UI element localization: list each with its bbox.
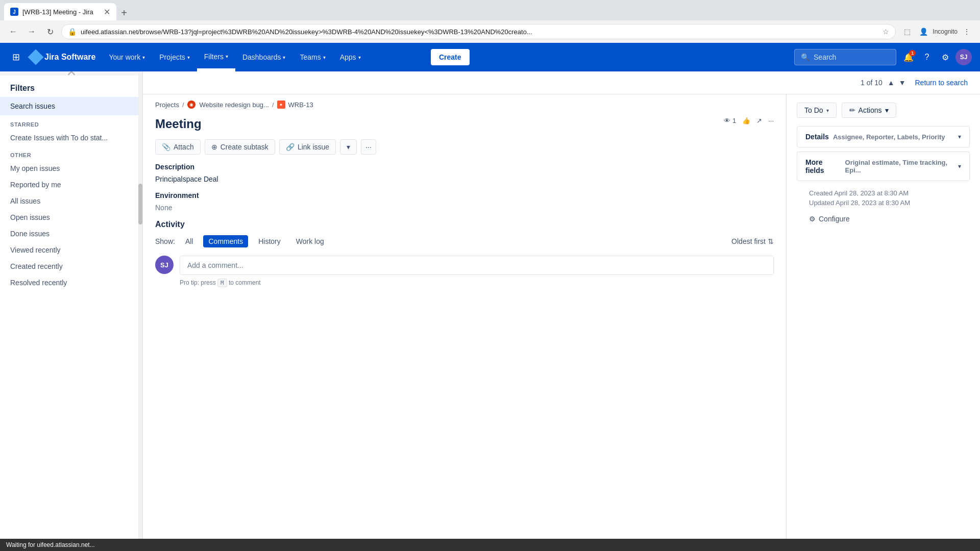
status-bar: Waiting for uifeed.atlassian.net... xyxy=(0,539,980,551)
breadcrumb-issue-id[interactable]: WRB-13 xyxy=(288,101,313,109)
nav-filters[interactable]: Filters ▾ xyxy=(197,43,235,71)
browser-tab[interactable]: J [WRB-13] Meeting - Jira ✕ xyxy=(4,3,116,20)
sort-icon: ⇅ xyxy=(768,237,774,245)
activity-sort[interactable]: Oldest first ⇅ xyxy=(731,237,774,245)
more-fields-expand-icon: ▾ xyxy=(958,163,961,170)
issue-top-right-icons: 👁 1 👍 ↗ ··· xyxy=(724,117,774,124)
details-row[interactable]: Details Assignee, Reporter, Labels, Prio… xyxy=(797,126,970,147)
browser-controls: ← → ↻ 🔒 uifeed.atlassian.net/browse/WRB-… xyxy=(0,20,980,43)
description-text: Principalspace Deal xyxy=(155,175,774,183)
jira-logo[interactable]: Jira Software xyxy=(24,52,102,63)
sidebar-item-done-issues[interactable]: Done issues xyxy=(0,226,142,242)
dropdown-button[interactable]: ▾ xyxy=(340,139,357,155)
right-panel-inner: To Do ▾ ✏ Actions ▾ xyxy=(787,94,980,539)
sidebar-scroll-top xyxy=(0,71,142,76)
content-body: Filters Search issues STARRED Create Iss… xyxy=(0,71,980,539)
pagination-up-button[interactable]: ▲ xyxy=(887,78,896,88)
nav-teams[interactable]: Teams ▾ xyxy=(292,43,332,71)
activity-all-button[interactable]: All xyxy=(180,235,199,247)
sidebar-item-reported-by-me[interactable]: Reported by me xyxy=(0,177,142,193)
more-actions-button[interactable]: ··· xyxy=(361,139,376,155)
activity-worklog-button[interactable]: Work log xyxy=(291,235,329,247)
address-bar[interactable]: 🔒 uifeed.atlassian.net/browse/WRB-13?jql… xyxy=(61,24,896,39)
activity-section: Activity Show: All Comments History Work… xyxy=(143,220,786,286)
return-to-search-link[interactable]: Return to search xyxy=(915,79,968,87)
issue-actions-bar: 📎 Attach ⊕ Create subtask 🔗 Link issue xyxy=(143,139,786,163)
sidebar-item-viewed-recently[interactable]: Viewed recently xyxy=(0,242,142,258)
issue-icon-inner: ● xyxy=(280,102,282,107)
reload-button[interactable]: ↻ xyxy=(43,24,57,39)
forward-button[interactable]: → xyxy=(24,24,39,39)
more-icon: ··· xyxy=(365,143,372,151)
incognito-label: Incognito xyxy=(933,28,958,35)
comment-row: SJ Add a comment... xyxy=(155,256,774,275)
configure-row[interactable]: ⚙ Configure xyxy=(797,215,970,223)
nav-apps[interactable]: Apps ▾ xyxy=(333,43,368,71)
activity-history-button[interactable]: History xyxy=(253,235,286,247)
tab-bar: J [WRB-13] Meeting - Jira ✕ + xyxy=(0,0,980,20)
extensions-button[interactable]: ⬚ xyxy=(900,24,914,39)
browser-menu-button[interactable]: ⋮ xyxy=(960,24,974,39)
pagination-down-button[interactable]: ▼ xyxy=(898,78,907,88)
bookmark-icon[interactable]: ☆ xyxy=(883,28,889,36)
activity-comments-button[interactable]: Comments xyxy=(203,235,248,247)
notifications-button[interactable]: 🔔 1 xyxy=(900,49,917,65)
user-avatar[interactable]: SJ xyxy=(955,49,972,65)
tab-title: [WRB-13] Meeting - Jira xyxy=(22,8,100,16)
browser-window: J [WRB-13] Meeting - Jira ✕ + ← → ↻ 🔒 ui… xyxy=(0,0,980,551)
main-navigation: Your work ▾ Projects ▾ Filters ▾ Dashboa… xyxy=(102,43,426,71)
new-tab-button[interactable]: + xyxy=(116,5,132,20)
sidebar-item-open-issues[interactable]: Open issues xyxy=(0,209,142,226)
back-button[interactable]: ← xyxy=(6,24,20,39)
shortcut-key: M xyxy=(217,279,227,287)
sidebar-item-resolved-recently[interactable]: Resolved recently xyxy=(0,274,142,291)
tab-close-button[interactable]: ✕ xyxy=(104,7,110,17)
help-button[interactable]: ? xyxy=(919,49,935,65)
chevron-down-icon: ▾ xyxy=(358,55,361,60)
more-fields-row[interactable]: More fields Original estimate, Time trac… xyxy=(797,152,970,181)
details-label: Details Assignee, Reporter, Labels, Prio… xyxy=(805,133,945,141)
notification-badge: 1 xyxy=(909,50,916,56)
link-icon: 🔗 xyxy=(286,143,295,151)
search-bar[interactable]: 🔍 Search xyxy=(794,49,896,65)
incognito-button[interactable]: 👤 xyxy=(916,24,930,39)
share-button[interactable]: ↗ xyxy=(756,117,762,124)
breadcrumb-projects[interactable]: Projects xyxy=(155,101,179,109)
grid-icon[interactable]: ⊞ xyxy=(8,47,24,67)
chevron-down-icon: ▾ xyxy=(283,55,285,60)
breadcrumb-project-name[interactable]: Website redesign bug... xyxy=(200,101,269,109)
thumbs-up-button[interactable]: 👍 xyxy=(742,117,750,124)
todo-button[interactable]: To Do ▾ xyxy=(797,103,837,118)
attach-button[interactable]: 📎 Attach xyxy=(155,139,201,155)
chevron-down-icon: ▾ xyxy=(226,54,228,59)
chevron-down-icon: ▾ xyxy=(187,55,190,60)
sidebar-item-my-open[interactable]: My open issues xyxy=(0,160,142,177)
topnav-icons: 🔔 1 ? ⚙ SJ xyxy=(900,49,972,65)
nav-your-work[interactable]: Your work ▾ xyxy=(102,43,152,71)
todo-chevron-icon: ▾ xyxy=(826,108,829,113)
link-issue-label: Link issue xyxy=(298,143,329,151)
create-button[interactable]: Create xyxy=(431,49,470,65)
nav-dashboards[interactable]: Dashboards ▾ xyxy=(235,43,293,71)
issue-title: Meeting xyxy=(155,117,202,131)
issue-main-panel: Projects / ◉ Website redesign bug... / ●… xyxy=(143,94,786,539)
more-options-button[interactable]: ··· xyxy=(768,117,774,124)
watchers-button[interactable]: 👁 1 xyxy=(724,117,736,124)
top-navigation: ⊞ Jira Software Your work ▾ Projects ▾ F… xyxy=(0,43,980,71)
create-subtask-button[interactable]: ⊕ Create subtask xyxy=(205,139,275,155)
actions-button[interactable]: ✏ Actions ▾ xyxy=(842,103,896,118)
settings-button[interactable]: ⚙ xyxy=(937,49,953,65)
main-content-area: 1 of 10 ▲ ▼ Return to search xyxy=(143,71,980,539)
search-icon: 🔍 xyxy=(801,53,810,61)
chevron-down-icon: ▾ xyxy=(142,55,145,60)
sidebar-search-issues[interactable]: Search issues xyxy=(0,97,142,115)
sidebar-item-all-issues[interactable]: All issues xyxy=(0,193,142,209)
sidebar-item-starred[interactable]: Create Issues with To do stat... xyxy=(0,130,142,146)
scrollbar-thumb[interactable] xyxy=(138,184,142,224)
sidebar-item-created-recently[interactable]: Created recently xyxy=(0,258,142,274)
nav-projects[interactable]: Projects ▾ xyxy=(152,43,197,71)
active-underline xyxy=(197,68,235,70)
comment-input[interactable]: Add a comment... xyxy=(180,256,774,275)
tab-favicon: J xyxy=(10,8,18,16)
link-issue-button[interactable]: 🔗 Link issue xyxy=(279,139,336,155)
